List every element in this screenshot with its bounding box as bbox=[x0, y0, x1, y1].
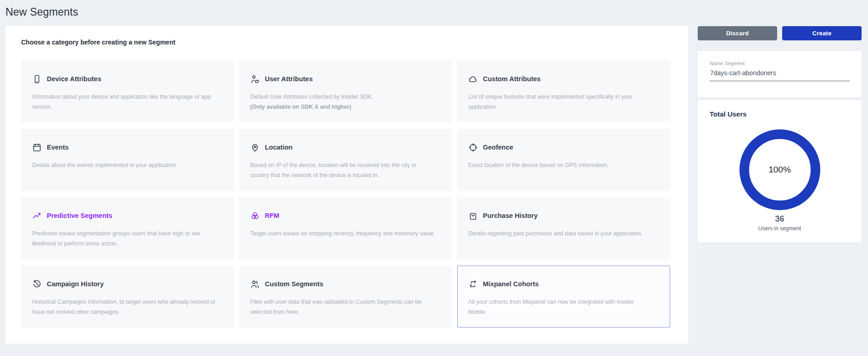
card-title-row: RFM bbox=[250, 211, 442, 221]
name-segment-card: Name Segment bbox=[698, 51, 862, 97]
card-description: Exact location of the device based on GP… bbox=[468, 160, 661, 170]
category-card-purchase-history[interactable]: Purchase History Details regarding past … bbox=[457, 197, 670, 259]
card-description: Files with user data that was uploaded i… bbox=[250, 297, 442, 317]
trend-up-icon bbox=[32, 211, 42, 221]
card-title-row: Location bbox=[250, 142, 442, 152]
card-description: All your cohorts from Mixpanel can now b… bbox=[468, 297, 661, 317]
card-title-row: Campaign History bbox=[32, 279, 224, 289]
user-badge-icon bbox=[250, 74, 260, 84]
page-title: New Segments bbox=[6, 6, 78, 18]
card-description: Historical Campaigns information, to tar… bbox=[32, 297, 224, 317]
card-label: Device Attributes bbox=[47, 75, 101, 83]
category-card-device-attributes[interactable]: Device Attributes Information about your… bbox=[21, 61, 234, 122]
card-description: Information about your device and applic… bbox=[32, 92, 224, 112]
history-clock-icon bbox=[32, 279, 42, 289]
new-segments-page: { "page": { "title": "New Segments", "su… bbox=[0, 0, 868, 356]
calendar-icon bbox=[32, 143, 42, 152]
category-card-location[interactable]: Location Based on IP of the device, loca… bbox=[239, 129, 452, 191]
discard-button[interactable]: Discard bbox=[698, 26, 777, 40]
action-buttons: Discard Create bbox=[698, 26, 862, 40]
card-title-row: Events bbox=[32, 142, 224, 152]
name-segment-input[interactable] bbox=[710, 69, 850, 81]
shopping-bag-icon bbox=[468, 211, 478, 221]
card-label: Custom Attributes bbox=[483, 75, 541, 83]
card-description: Target users based on shopping recency, … bbox=[250, 228, 442, 239]
card-label: Events bbox=[47, 144, 69, 151]
category-card-events[interactable]: Events Details about the events implemen… bbox=[21, 129, 234, 191]
map-pin-icon bbox=[250, 143, 260, 152]
cloud-icon bbox=[468, 74, 478, 84]
card-description: Details regarding past purchases and dat… bbox=[468, 228, 661, 239]
category-card-campaign-history[interactable]: Campaign History Historical Campaigns in… bbox=[21, 266, 234, 328]
card-description: Based on IP of the device, location will… bbox=[250, 160, 442, 180]
card-label: Geofence bbox=[483, 144, 513, 151]
category-card-custom-segments[interactable]: Custom Segments Files with user data tha… bbox=[239, 266, 452, 328]
card-label: Custom Segments bbox=[265, 280, 323, 288]
card-title-row: Custom Segments bbox=[250, 279, 442, 289]
crosshair-icon bbox=[468, 143, 478, 152]
card-title-row: Predictive Segments bbox=[32, 211, 224, 221]
users-icon bbox=[250, 279, 260, 289]
card-description-note: (Only available on SDK X and higher) bbox=[250, 102, 442, 112]
card-title-row: Custom Attributes bbox=[468, 74, 661, 84]
create-button[interactable]: Create bbox=[782, 26, 862, 40]
card-description: Default User Attributes collected by Ins… bbox=[250, 92, 442, 102]
card-title-row: Mixpanel Cohorts bbox=[468, 279, 661, 289]
card-title-row: Device Attributes bbox=[32, 74, 224, 84]
card-label: Location bbox=[265, 144, 292, 151]
users-count-caption: Users in segment bbox=[698, 225, 862, 232]
category-card-user-attributes[interactable]: User Attributes Default User Attributes … bbox=[239, 61, 452, 122]
category-panel: Choose a category before creating a new … bbox=[6, 26, 688, 344]
category-card-rfm[interactable]: RFM Target users based on shopping recen… bbox=[239, 197, 452, 259]
transfer-icon bbox=[468, 279, 478, 289]
card-title-row: Purchase History bbox=[468, 211, 661, 221]
card-label: Mixpanel Cohorts bbox=[483, 280, 539, 288]
card-label: Purchase History bbox=[483, 212, 538, 219]
card-description: Prediction based segmentation groups use… bbox=[32, 228, 224, 249]
total-users-donut-chart: 100% bbox=[739, 129, 820, 210]
card-description: List of unique features that were implem… bbox=[468, 92, 661, 112]
card-label: Campaign History bbox=[47, 280, 104, 288]
card-title-row: Geofence bbox=[468, 142, 661, 152]
category-card-geofence[interactable]: Geofence Exact location of the device ba… bbox=[457, 129, 670, 191]
total-users-card: Total Users 100% 36 Users in segment bbox=[698, 100, 862, 242]
donut-percent-label: 100% bbox=[768, 165, 791, 175]
device-icon bbox=[32, 74, 42, 84]
category-card-mixpanel-cohorts[interactable]: Mixpanel Cohorts All your cohorts from M… bbox=[457, 266, 670, 328]
category-card-predictive-segments[interactable]: Predictive Segments Prediction based seg… bbox=[21, 197, 234, 259]
card-description: Details about the events implemented in … bbox=[32, 160, 224, 170]
category-panel-subtitle: Choose a category before creating a new … bbox=[21, 39, 175, 46]
name-segment-label: Name Segment bbox=[710, 61, 850, 66]
category-card-custom-attributes[interactable]: Custom Attributes List of unique feature… bbox=[457, 61, 670, 122]
card-label: RFM bbox=[265, 212, 279, 219]
users-count: 36 bbox=[698, 214, 862, 224]
card-title-row: User Attributes bbox=[250, 74, 442, 84]
venn-icon bbox=[250, 211, 260, 221]
total-users-heading: Total Users bbox=[698, 100, 862, 118]
card-label: User Attributes bbox=[265, 75, 313, 83]
card-label: Predictive Segments bbox=[47, 212, 112, 219]
category-grid: Device Attributes Information about your… bbox=[21, 61, 670, 328]
